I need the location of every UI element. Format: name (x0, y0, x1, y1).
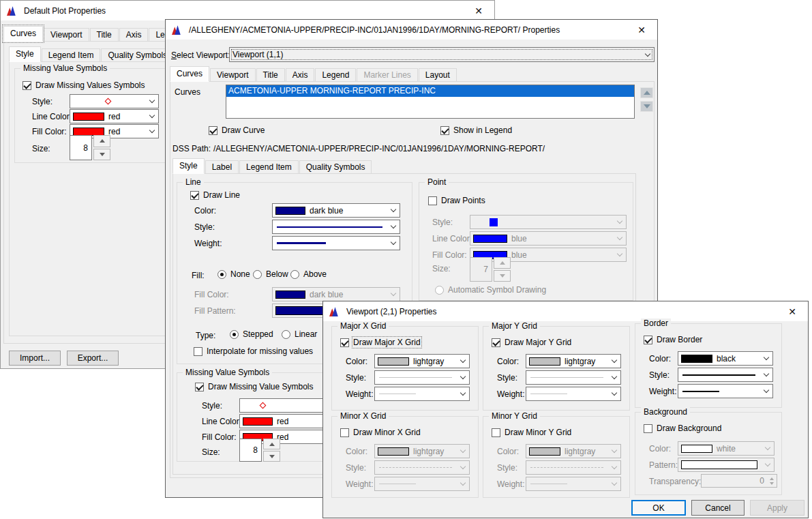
line-color-combo[interactable]: dark blue (272, 203, 400, 218)
draw-curve-checkbox[interactable] (209, 126, 217, 135)
line-weight-preview (682, 391, 719, 392)
type-stepped-radio[interactable] (230, 330, 239, 339)
combo-value: blue (511, 234, 527, 243)
size-value[interactable]: 8 (239, 439, 262, 462)
chevron-down-icon (761, 458, 774, 471)
size-spinner[interactable]: 8 (239, 439, 280, 462)
type-linear-radio[interactable] (282, 330, 290, 339)
border-style-combo[interactable] (678, 368, 773, 382)
line-color-label: Line Color: (32, 112, 72, 121)
show-in-legend-checkbox[interactable] (440, 126, 449, 135)
draw-points-checkbox[interactable] (428, 196, 437, 205)
border-weight-combo[interactable] (678, 384, 773, 398)
draw-missing-values-symbols-checkbox[interactable] (22, 81, 31, 90)
tab-label[interactable]: Label (205, 160, 239, 174)
grid-weight-combo[interactable] (526, 387, 621, 401)
automatic-symbol-drawing-row: Automatic Symbol Drawing (435, 285, 546, 295)
pattern-swatch (681, 460, 757, 469)
tab-legend[interactable]: Legend (315, 68, 356, 82)
color-swatch (275, 207, 305, 215)
grid-color-combo[interactable]: lightgray (374, 354, 470, 368)
border-group: Border Draw Border Color: black Style: W… (635, 323, 782, 408)
draw-major-x-grid-row: Draw Major X Grid (340, 338, 421, 347)
color-swatch (378, 447, 409, 456)
spin-up-button[interactable] (93, 135, 110, 147)
grid-style-combo[interactable] (526, 370, 621, 385)
draw-border-checkbox[interactable] (644, 336, 652, 344)
tab-style[interactable]: Style (172, 158, 205, 174)
line-style-combo[interactable] (272, 220, 400, 234)
chevron-down-icon (607, 445, 620, 458)
grid-weight-combo[interactable] (374, 387, 470, 401)
size-spinner[interactable]: 8 (70, 135, 110, 160)
ok-button[interactable]: OK (631, 500, 686, 516)
export-button[interactable]: Export... (67, 351, 119, 366)
curves-list[interactable]: ACMETONIA-UPPER MORNING-REPORT PRECIP-IN… (226, 85, 635, 119)
title-bar[interactable]: Default Plot Properties (1, 1, 494, 20)
draw-background-checkbox[interactable] (644, 424, 652, 433)
group-caption: Background (641, 407, 690, 417)
tab-viewport[interactable]: Viewport (210, 68, 255, 82)
draw-line-checkbox[interactable] (190, 191, 199, 200)
fill-below-row: Below (253, 269, 288, 279)
tab-axis[interactable]: Axis (119, 28, 149, 42)
transparency-spinner: 0 (701, 474, 777, 488)
close-button[interactable]: ✕ (627, 20, 657, 39)
move-curve-down-button[interactable] (640, 101, 653, 112)
tab-legend-item[interactable]: Legend Item (239, 160, 299, 174)
draw-minor-x-grid-row: Draw Minor X Grid (340, 428, 421, 437)
tab-style[interactable]: Style (9, 46, 41, 62)
cancel-button[interactable]: Cancel (691, 500, 745, 516)
spin-up-button[interactable] (263, 439, 280, 449)
combo-value: white (717, 444, 736, 454)
fill-below-radio[interactable] (253, 270, 262, 279)
draw-major-y-grid-checkbox[interactable] (492, 338, 500, 347)
draw-missing-value-symbols-checkbox[interactable] (195, 383, 204, 391)
tab-layout[interactable]: Layout (419, 68, 457, 82)
draw-curve-row: Draw Curve (209, 125, 265, 135)
grid-style-combo[interactable] (374, 370, 470, 385)
line-weight-preview (379, 394, 416, 394)
spin-down-button[interactable] (263, 451, 280, 462)
app-icon (329, 306, 341, 316)
checkbox-label: Draw Background (657, 424, 721, 433)
draw-major-x-grid-checkbox[interactable] (340, 338, 349, 347)
draw-minor-y-grid-checkbox[interactable] (492, 428, 500, 437)
fill-none-radio[interactable] (217, 270, 226, 279)
combo-value: blue (511, 250, 527, 260)
tab-legend-item[interactable]: Legend Item (42, 48, 101, 62)
border-color-combo[interactable]: black (678, 351, 773, 366)
title-bar[interactable]: Viewport (2,1) Properties (323, 301, 808, 321)
weight-label: Weight: (346, 479, 373, 489)
import-button[interactable]: Import... (9, 351, 61, 366)
curve-list-item[interactable]: ACMETONIA-UPPER MORNING-REPORT PRECIP-IN… (226, 85, 634, 97)
tab-curves[interactable]: Curves (170, 66, 209, 82)
tab-quality-symbols[interactable]: Quality Symbols (101, 48, 174, 62)
draw-minor-y-grid-row: Draw Minor Y Grid (492, 428, 571, 437)
tab-axis[interactable]: Axis (286, 68, 315, 82)
title-bar[interactable]: /ALLEGHENY/ACMETONIA-UPPER/PRECIP-INC/01… (166, 20, 657, 40)
close-button[interactable]: ✕ (464, 1, 494, 20)
fill-above-radio[interactable] (290, 270, 299, 279)
chevron-down-icon (607, 461, 620, 474)
draw-minor-x-grid-checkbox[interactable] (340, 428, 349, 437)
checkbox-label: Draw Points (441, 196, 485, 205)
select-viewport-combo[interactable]: Viewport (1,1) (229, 47, 655, 62)
tab-curves[interactable]: Curves (3, 26, 43, 42)
size-value[interactable]: 8 (70, 135, 92, 160)
symbol-style-combo[interactable] (70, 94, 159, 108)
interpolate-checkbox[interactable] (194, 347, 202, 356)
tab-title[interactable]: Title (256, 68, 285, 82)
line-color-combo[interactable]: red (70, 109, 159, 123)
grid-weight-combo (374, 477, 470, 491)
tab-title[interactable]: Title (90, 28, 119, 42)
grid-color-combo[interactable]: lightgray (526, 354, 621, 368)
chevron-down-icon (607, 371, 620, 384)
line-weight-combo[interactable] (272, 236, 400, 250)
close-button[interactable]: ✕ (777, 302, 807, 321)
move-curve-up-button[interactable] (640, 87, 653, 98)
viewport-properties-window: Viewport (2,1) Properties ✕ Major X Grid… (322, 301, 809, 518)
spin-down-button[interactable] (93, 149, 110, 161)
tab-quality-symbols[interactable]: Quality Symbols (299, 160, 372, 174)
tab-viewport[interactable]: Viewport (44, 28, 89, 42)
